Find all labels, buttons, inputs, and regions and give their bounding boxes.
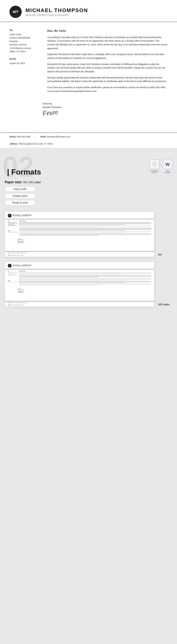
- a4-preview-card: M/T MICHAEL THOMPSON SENIOR OPERATIONS M…: [5, 212, 154, 257]
- date-label: DATE: [10, 58, 42, 60]
- header-name-block: MICHAEL THOMPSON SENIOR OPERATIONS MANAG…: [26, 7, 88, 16]
- mini-line: [19, 276, 151, 276]
- mini-line: [8, 232, 18, 232]
- mini-date-label-a4: DATE: [8, 230, 18, 232]
- mini-line: [8, 223, 16, 223]
- mini-right-us: Dear, Ms. Carter,: [19, 271, 151, 286]
- mini-line: [8, 274, 14, 275]
- letter-spacer: [0, 118, 177, 132]
- mini-header-us: M/T MICHAEL THOMPSON SENIOR OPERATIONS M…: [5, 262, 154, 269]
- mini-para-us-4: [19, 281, 151, 283]
- letter-date: August 25, 2024: [10, 62, 42, 65]
- letter-header: M/T MICHAEL THOMPSON SENIOR OPERATIONS M…: [0, 0, 177, 22]
- mini-line: [19, 234, 151, 234]
- mini-line: [19, 230, 125, 230]
- mini-line: [19, 232, 151, 232]
- sender-name-heading: MICHAEL THOMPSON: [26, 7, 88, 14]
- letter-footer: Phone: (555) 456-7890 | Email: thompson@…: [0, 132, 177, 148]
- mini-right-a4: Dear, Ms. Carter,: [19, 220, 151, 236]
- section-number: 02: [2, 152, 34, 181]
- mini-sig-a4: Sincerely, Michael Thompson Feure: [5, 238, 154, 244]
- mini-sig-us: Sincerely, Michael Thompson Feure: [5, 288, 154, 294]
- msword-label: MSWORD: [165, 170, 170, 173]
- usletter-preview-wrapper: M/T MICHAEL THOMPSON SENIOR OPERATIONS M…: [5, 262, 172, 307]
- mini-sig-script-a4: Feure: [18, 241, 151, 243]
- avatar: M/T: [10, 6, 22, 18]
- mini-body-us: TO DATE Dear, Ms. Carter,: [5, 269, 154, 288]
- mini-line: [19, 227, 98, 228]
- mini-line: [19, 224, 125, 225]
- paragraph-4: We have greatly appreciated the business…: [47, 76, 168, 83]
- ready-for-print-button[interactable]: Ready for print: [5, 200, 36, 206]
- mini-line: [8, 272, 18, 272]
- mini-para-us-3: [19, 278, 151, 280]
- mini-line: [8, 222, 18, 222]
- footer-email: Email: thompson@oriontech.com: [40, 136, 70, 138]
- mini-line: [8, 224, 18, 224]
- mini-para-us-2: [19, 275, 151, 277]
- mini-spacer-us: [5, 294, 154, 301]
- mini-line: [19, 282, 125, 283]
- easy-to-edit-button[interactable]: Easy to edit: [5, 186, 36, 192]
- mini-salutation-a4: Dear, Ms. Carter,: [19, 220, 151, 222]
- paragraph-3: During this 30-day notice period, Orion …: [47, 62, 168, 74]
- footer-phone: Phone: (555) 456-7890: [10, 136, 30, 138]
- mini-avatar-us: M/T: [8, 264, 12, 268]
- a4-preview-wrapper: M/T MICHAEL THOMPSON SENIOR OPERATIONS M…: [5, 212, 172, 257]
- mini-to-label-a4: TO: [8, 220, 18, 222]
- mini-line: [19, 226, 151, 226]
- footer-divider: |: [35, 136, 36, 138]
- mini-para-a4-2: [19, 226, 151, 228]
- mini-line: [19, 228, 151, 229]
- mini-line: [8, 224, 14, 224]
- paragraph-5: If you have any questions or require fur…: [47, 86, 168, 93]
- googledocs-icon: [150, 160, 159, 169]
- sender-title: SENIOR OPERATIONS MANAGER: [26, 14, 88, 16]
- recipient-address: Sarah Carter Contract Administrator Pinn…: [10, 33, 42, 53]
- mini-para-a4: [19, 222, 151, 225]
- paper-size-section: Paper size: A4 / US Letter Easy to edit …: [0, 180, 177, 209]
- change-colors-button[interactable]: Change colors: [5, 193, 36, 198]
- mini-line: [19, 274, 151, 274]
- mini-footer-email-us: Email: thompson@oriontech.com: [17, 302, 28, 303]
- mini-spacer-a4: [5, 244, 154, 251]
- mini-line: [19, 282, 151, 282]
- msword-icon-item: W MSWORD: [163, 160, 172, 173]
- mini-line: [8, 225, 16, 225]
- mini-header-a4: M/T MICHAEL THOMPSON SENIOR OPERATIONS M…: [5, 212, 154, 219]
- mini-avatar-a4: M/T: [8, 214, 12, 218]
- main-letter: M/T MICHAEL THOMPSON SENIOR OPERATIONS M…: [0, 0, 177, 148]
- mini-name-block-us: MICHAEL THOMPSON SENIOR OPERATIONS MANAG…: [13, 264, 32, 267]
- letter-body: TO Sarah Carter Contract Administrator P…: [0, 22, 177, 100]
- mini-left-a4: TO DATE: [8, 220, 18, 236]
- salutation: Dear,. Ms. Carter,: [47, 29, 168, 33]
- usletter-preview-card: M/T MICHAEL THOMPSON SENIOR OPERATIONS M…: [5, 262, 154, 307]
- mini-para-a4-4: [19, 231, 151, 233]
- mini-line: [19, 272, 151, 273]
- mini-footer-address-us: Address: 789 Innovation Drive Austin, TX…: [5, 304, 154, 306]
- preview-cards-area: M/T MICHAEL THOMPSON SENIOR OPERATIONS M…: [0, 209, 177, 314]
- mini-line: [8, 282, 18, 282]
- mini-line: [19, 285, 98, 286]
- formats-section: 02 | Formats GOODLEDOCS W MSWORD Paper s…: [0, 155, 177, 314]
- letter-signature-block: Sincerely, Michael Thompson Feure: [0, 100, 177, 118]
- usletter-mini-letter: M/T MICHAEL THOMPSON SENIOR OPERATIONS M…: [5, 262, 154, 307]
- formats-header: 02 | Formats GOODLEDOCS W MSWORD: [0, 155, 177, 180]
- to-label: TO: [10, 29, 42, 32]
- mini-body-a4: TO DATE Dear, Ms. Carter,: [5, 219, 154, 238]
- mini-line: [19, 278, 151, 278]
- mini-line: [19, 280, 125, 280]
- usletter-label: US Letter: [158, 302, 172, 307]
- mini-footer-a4: Phone: (555) 456-7890 Email: thompson@or…: [5, 251, 154, 254]
- mini-footer-phone-a4: Phone: (555) 456-7890: [8, 252, 15, 254]
- mini-line: [19, 226, 151, 227]
- mini-footer-email-a4: Email: thompson@oriontech.com: [17, 252, 28, 254]
- footer-address: Address: 789 Innovation Drive Austin, TX…: [10, 143, 168, 145]
- mini-line: [19, 224, 151, 224]
- mini-line: [19, 223, 151, 224]
- feature-buttons-group: Easy to edit Change colors Ready for pri…: [5, 186, 36, 206]
- mini-line: [8, 226, 18, 226]
- mini-line: [8, 275, 16, 275]
- mini-para-us-5: [19, 284, 151, 286]
- paragraph-2: (Optional) This decision has been made d…: [47, 52, 168, 60]
